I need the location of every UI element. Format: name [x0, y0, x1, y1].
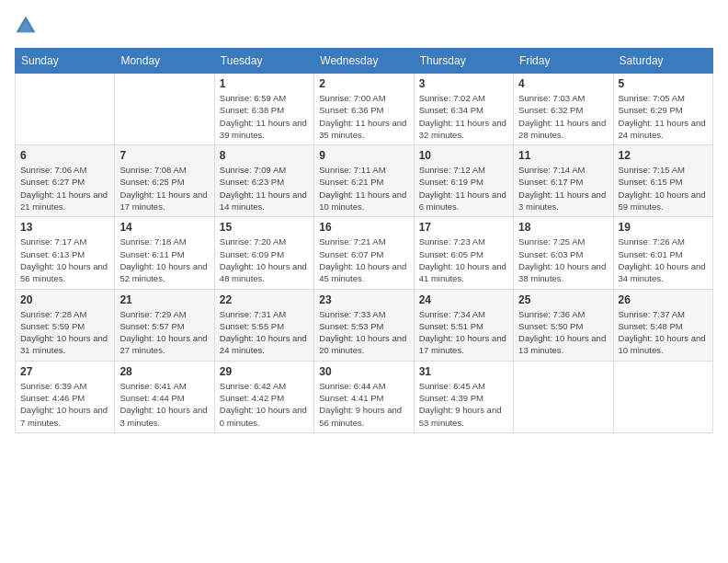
calendar-cell: 24Sunrise: 7:34 AMSunset: 5:51 PMDayligh… — [414, 289, 513, 361]
calendar-week-row: 27Sunrise: 6:39 AMSunset: 4:46 PMDayligh… — [16, 361, 713, 432]
calendar-cell — [514, 361, 613, 432]
day-number: 27 — [20, 365, 109, 378]
calendar-cell: 7Sunrise: 7:08 AMSunset: 6:25 PMDaylight… — [115, 145, 214, 217]
day-info: Sunrise: 7:02 AMSunset: 6:34 PMDaylight:… — [419, 92, 508, 141]
calendar-cell: 5Sunrise: 7:05 AMSunset: 6:29 PMDaylight… — [613, 74, 712, 145]
day-info: Sunrise: 7:11 AMSunset: 6:21 PMDaylight:… — [319, 164, 408, 213]
day-info: Sunrise: 7:21 AMSunset: 6:07 PMDaylight:… — [319, 236, 408, 284]
day-info: Sunrise: 6:41 AMSunset: 4:44 PMDaylight:… — [119, 380, 209, 429]
day-number: 1 — [220, 77, 309, 90]
day-number: 16 — [319, 221, 408, 234]
calendar-cell: 8Sunrise: 7:09 AMSunset: 6:23 PMDaylight… — [214, 145, 313, 217]
day-info: Sunrise: 7:17 AMSunset: 6:13 PMDaylight:… — [20, 236, 109, 284]
day-info: Sunrise: 7:08 AMSunset: 6:25 PMDaylight:… — [119, 164, 209, 213]
day-info: Sunrise: 7:29 AMSunset: 5:57 PMDaylight:… — [119, 308, 209, 357]
day-number: 23 — [319, 293, 408, 306]
calendar-cell: 31Sunrise: 6:45 AMSunset: 4:39 PMDayligh… — [414, 361, 513, 432]
calendar-cell — [16, 74, 115, 145]
day-info: Sunrise: 7:31 AMSunset: 5:55 PMDaylight:… — [220, 308, 309, 357]
day-info: Sunrise: 7:26 AMSunset: 6:01 PMDaylight:… — [619, 236, 708, 284]
calendar-week-row: 6Sunrise: 7:06 AMSunset: 6:27 PMDaylight… — [16, 145, 713, 217]
calendar-header-row: SundayMondayTuesdayWednesdayThursdayFrid… — [16, 49, 713, 74]
day-info: Sunrise: 6:39 AMSunset: 4:46 PMDaylight:… — [20, 380, 109, 429]
day-info: Sunrise: 7:12 AMSunset: 6:19 PMDaylight:… — [419, 164, 508, 213]
day-info: Sunrise: 6:42 AMSunset: 4:42 PMDaylight:… — [220, 380, 309, 429]
calendar-week-row: 13Sunrise: 7:17 AMSunset: 6:13 PMDayligh… — [16, 217, 713, 289]
day-number: 20 — [20, 293, 109, 306]
calendar-cell: 2Sunrise: 7:00 AMSunset: 6:36 PMDaylight… — [314, 74, 414, 145]
calendar-cell: 20Sunrise: 7:28 AMSunset: 5:59 PMDayligh… — [16, 289, 115, 361]
day-number: 10 — [419, 149, 508, 162]
day-info: Sunrise: 7:05 AMSunset: 6:29 PMDaylight:… — [619, 92, 708, 141]
calendar-cell: 22Sunrise: 7:31 AMSunset: 5:55 PMDayligh… — [214, 289, 313, 361]
day-number: 9 — [319, 149, 408, 162]
day-number: 24 — [419, 293, 508, 306]
calendar-cell: 4Sunrise: 7:03 AMSunset: 6:32 PMDaylight… — [514, 74, 613, 145]
day-info: Sunrise: 6:45 AMSunset: 4:39 PMDaylight:… — [419, 380, 508, 429]
day-of-week-header: Wednesday — [314, 49, 414, 74]
day-of-week-header: Friday — [514, 49, 613, 74]
calendar-cell: 11Sunrise: 7:14 AMSunset: 6:17 PMDayligh… — [514, 145, 613, 217]
day-info: Sunrise: 7:18 AMSunset: 6:11 PMDaylight:… — [119, 236, 209, 284]
day-number: 26 — [619, 293, 708, 306]
day-info: Sunrise: 6:59 AMSunset: 6:38 PMDaylight:… — [220, 92, 309, 141]
day-of-week-header: Tuesday — [214, 49, 313, 74]
calendar-cell: 16Sunrise: 7:21 AMSunset: 6:07 PMDayligh… — [314, 217, 414, 289]
day-info: Sunrise: 7:34 AMSunset: 5:51 PMDaylight:… — [419, 308, 508, 357]
calendar-cell: 21Sunrise: 7:29 AMSunset: 5:57 PMDayligh… — [115, 289, 214, 361]
day-number: 12 — [619, 149, 708, 162]
day-number: 15 — [220, 221, 309, 234]
day-of-week-header: Monday — [115, 49, 214, 74]
day-number: 13 — [20, 221, 109, 234]
day-info: Sunrise: 7:14 AMSunset: 6:17 PMDaylight:… — [518, 164, 608, 213]
day-number: 8 — [220, 149, 309, 162]
calendar-cell: 29Sunrise: 6:42 AMSunset: 4:42 PMDayligh… — [214, 361, 313, 432]
day-of-week-header: Thursday — [414, 49, 513, 74]
day-info: Sunrise: 7:09 AMSunset: 6:23 PMDaylight:… — [220, 164, 309, 213]
day-number: 5 — [619, 77, 708, 90]
calendar-cell: 18Sunrise: 7:25 AMSunset: 6:03 PMDayligh… — [514, 217, 613, 289]
day-of-week-header: Saturday — [613, 49, 712, 74]
calendar-cell: 19Sunrise: 7:26 AMSunset: 6:01 PMDayligh… — [613, 217, 712, 289]
day-number: 22 — [220, 293, 309, 306]
calendar-cell: 13Sunrise: 7:17 AMSunset: 6:13 PMDayligh… — [16, 217, 115, 289]
day-number: 30 — [319, 365, 408, 378]
calendar-cell: 17Sunrise: 7:23 AMSunset: 6:05 PMDayligh… — [414, 217, 513, 289]
calendar-cell: 10Sunrise: 7:12 AMSunset: 6:19 PMDayligh… — [414, 145, 513, 217]
logo — [15, 15, 40, 37]
day-number: 28 — [119, 365, 209, 378]
day-info: Sunrise: 7:06 AMSunset: 6:27 PMDaylight:… — [20, 164, 109, 213]
calendar-week-row: 1Sunrise: 6:59 AMSunset: 6:38 PMDaylight… — [16, 74, 713, 145]
day-number: 3 — [419, 77, 508, 90]
calendar-cell: 26Sunrise: 7:37 AMSunset: 5:48 PMDayligh… — [613, 289, 712, 361]
day-number: 14 — [119, 221, 209, 234]
day-info: Sunrise: 7:20 AMSunset: 6:09 PMDaylight:… — [220, 236, 309, 284]
day-number: 29 — [220, 365, 309, 378]
day-info: Sunrise: 7:37 AMSunset: 5:48 PMDaylight:… — [619, 308, 708, 357]
day-number: 17 — [419, 221, 508, 234]
calendar-cell: 9Sunrise: 7:11 AMSunset: 6:21 PMDaylight… — [314, 145, 414, 217]
calendar-cell: 25Sunrise: 7:36 AMSunset: 5:50 PMDayligh… — [514, 289, 613, 361]
calendar-cell: 30Sunrise: 6:44 AMSunset: 4:41 PMDayligh… — [314, 361, 414, 432]
day-info: Sunrise: 7:03 AMSunset: 6:32 PMDaylight:… — [518, 92, 608, 141]
day-info: Sunrise: 7:00 AMSunset: 6:36 PMDaylight:… — [319, 92, 408, 141]
day-number: 11 — [518, 149, 608, 162]
day-info: Sunrise: 7:23 AMSunset: 6:05 PMDaylight:… — [419, 236, 508, 284]
day-number: 6 — [20, 149, 109, 162]
day-info: Sunrise: 7:15 AMSunset: 6:15 PMDaylight:… — [619, 164, 708, 213]
day-number: 19 — [619, 221, 708, 234]
day-number: 2 — [319, 77, 408, 90]
calendar-cell: 15Sunrise: 7:20 AMSunset: 6:09 PMDayligh… — [214, 217, 313, 289]
logo-icon — [15, 15, 37, 37]
day-number: 21 — [119, 293, 209, 306]
calendar-cell: 3Sunrise: 7:02 AMSunset: 6:34 PMDaylight… — [414, 74, 513, 145]
calendar-week-row: 20Sunrise: 7:28 AMSunset: 5:59 PMDayligh… — [16, 289, 713, 361]
day-number: 18 — [518, 221, 608, 234]
day-number: 25 — [518, 293, 608, 306]
calendar-table: SundayMondayTuesdayWednesdayThursdayFrid… — [15, 48, 713, 433]
day-number: 31 — [419, 365, 508, 378]
day-number: 7 — [119, 149, 209, 162]
day-info: Sunrise: 7:28 AMSunset: 5:59 PMDaylight:… — [20, 308, 109, 357]
calendar-cell: 12Sunrise: 7:15 AMSunset: 6:15 PMDayligh… — [613, 145, 712, 217]
calendar-cell — [613, 361, 712, 432]
